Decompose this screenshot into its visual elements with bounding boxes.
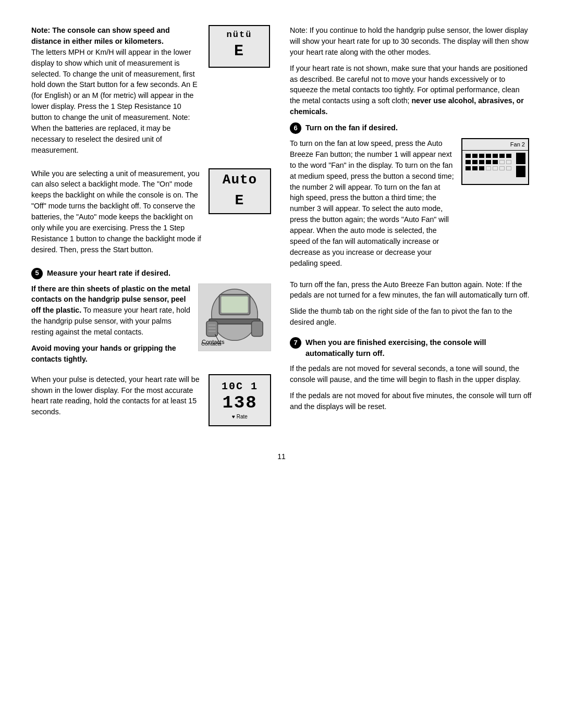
lcd1-image-block: nütü E xyxy=(209,25,271,161)
fan-right-block-1 xyxy=(516,153,525,164)
lcd3-bottom: 138 xyxy=(222,394,257,412)
note-text: Note: The console can show speed and dis… xyxy=(31,25,201,161)
svg-rect-6 xyxy=(251,320,263,336)
fan-para1: To turn on the fan at low speed, press t… xyxy=(290,138,454,269)
fan-bar-cell xyxy=(486,154,491,158)
step6-header: 6 Turn on the fan if desired. xyxy=(290,122,532,134)
right-column: Note: If you continue to hold the handgr… xyxy=(290,25,532,436)
heart-rate-para1: If there are thin sheets of plastic on t… xyxy=(31,283,191,338)
fan-bar-cell xyxy=(472,154,478,158)
lcd1-e: E xyxy=(234,40,244,63)
page-number: 11 xyxy=(31,451,532,462)
lcd-display-2: Auto E xyxy=(209,168,271,214)
fan-bar-empty xyxy=(499,166,505,170)
fan-bar-cell xyxy=(466,154,471,158)
fan-bar-cell xyxy=(479,166,484,170)
fan-section-inner: To turn on the fan at low speed, press t… xyxy=(290,138,532,274)
auto-section: While you are selecting a unit of measur… xyxy=(31,168,271,261)
note-section: Note: The console can show speed and dis… xyxy=(31,25,271,161)
hr-detected-text: When your pulse is detected, your heart … xyxy=(31,374,201,423)
step5-number: 5 xyxy=(31,268,43,279)
step5-header: 5 Measure your heart rate if desired. xyxy=(31,268,271,279)
lcd1-top: nütü xyxy=(227,30,252,40)
heart-rate-content: If there are thin sheets of plastic on t… xyxy=(31,283,271,370)
lcd2-line2: E xyxy=(235,190,245,212)
fan-bar-cell xyxy=(472,160,478,164)
contacts-label: Contacts xyxy=(202,338,224,347)
left-column: Note: The console can show speed and dis… xyxy=(31,25,271,436)
step7-number: 7 xyxy=(290,337,301,349)
fan-bar-empty xyxy=(506,160,511,164)
lcd3-label: ♥ Rate xyxy=(232,413,248,421)
fan-bar-empty xyxy=(486,166,491,170)
avoid-text: Avoid moving your hands or gripping the … xyxy=(31,344,176,363)
note-body: Note: The console can show speed and dis… xyxy=(31,25,201,156)
fan-display-box: Fan 2 xyxy=(461,138,529,185)
step7-para1: If the pedals are not moved for several … xyxy=(290,363,532,385)
step6-section: 6 Turn on the fan if desired. To turn on… xyxy=(290,122,532,328)
fan-bar-cell xyxy=(466,166,471,170)
auto-para1: While you are selecting a unit of measur… xyxy=(31,168,201,255)
step7-section: 7 When you are finished exercising, the … xyxy=(290,337,532,412)
step6-title: Turn on the fan if desired. xyxy=(305,122,398,133)
note-para1: The letters MPH or Km/H will appear in t… xyxy=(31,48,198,154)
fan-image-block: Fan 2 xyxy=(461,138,532,274)
lcd3-top: 10C 1 xyxy=(222,379,258,394)
hr-para2: When your pulse is detected, your heart … xyxy=(31,374,201,418)
step5-title: Measure your heart rate if desired. xyxy=(47,268,170,279)
step5-section: 5 Measure your heart rate if desired. If… xyxy=(31,268,271,426)
fan-bar-cell xyxy=(479,160,484,164)
fan-bars-area xyxy=(462,151,528,172)
svg-rect-3 xyxy=(221,296,248,313)
pulse-sensor-image: Contacts Contacts xyxy=(198,283,271,370)
heart-icon: ♥ xyxy=(232,414,235,419)
fan-bar-empty xyxy=(499,160,505,164)
fan-para2: To turn off the fan, press the Auto Bree… xyxy=(290,279,532,301)
step7-header: 7 When you are finished exercising, the … xyxy=(290,337,532,359)
fan-para3: Slide the thumb tab on the right side of… xyxy=(290,306,532,328)
fan-right-blocks xyxy=(516,153,525,177)
fan-bar-cell xyxy=(486,160,491,164)
lcd-display-3: 10C 1 138 ♥ Rate xyxy=(209,374,271,426)
page: Note: The console can show speed and dis… xyxy=(0,0,563,728)
step7-para2: If the pedals are not moved for about fi… xyxy=(290,390,532,412)
lcd2-image-block: Auto E xyxy=(209,168,271,214)
fan-bar-empty xyxy=(493,166,498,170)
step7-title: When you are finished exercising, the co… xyxy=(305,337,532,359)
lcd3-block: 10C 1 138 ♥ Rate xyxy=(209,374,271,426)
hr-detected-section: When your pulse is detected, your heart … xyxy=(31,374,271,426)
two-column-layout: Note: The console can show speed and dis… xyxy=(31,25,532,436)
fan-bar-empty xyxy=(506,166,511,170)
fan-right-block-2 xyxy=(516,166,525,177)
fan-bar-cell xyxy=(466,160,471,164)
pulse-image-box: Contacts Contacts xyxy=(198,283,271,351)
fan-bar-cell xyxy=(479,154,484,158)
svg-rect-5 xyxy=(206,320,218,336)
auto-text: While you are selecting a unit of measur… xyxy=(31,168,201,261)
fan-bar-cell xyxy=(472,166,478,170)
lcd-display-1: nütü E xyxy=(209,25,270,68)
lcd2-line1: Auto xyxy=(223,170,257,190)
fan-bar-cell xyxy=(493,154,498,158)
heart-rate-text: If there are thin sheets of plastic on t… xyxy=(31,283,191,370)
step6-number: 6 xyxy=(290,122,301,134)
right-para1: Note: If you continue to hold the handgr… xyxy=(290,25,532,58)
heart-rate-bold2: Avoid moving your hands or gripping the … xyxy=(31,343,191,365)
fan-bar-cell xyxy=(499,154,505,158)
rate-label: Rate xyxy=(237,414,248,419)
right-para2: If your heart rate is not shown, make su… xyxy=(290,63,532,117)
fan-bar-cell xyxy=(506,154,511,158)
note-title: Note: The console can show speed and dis… xyxy=(31,26,170,45)
fan-text: To turn on the fan at low speed, press t… xyxy=(290,138,454,274)
fan-display-header: Fan 2 xyxy=(462,139,528,151)
fan-bar-cell xyxy=(493,160,498,164)
